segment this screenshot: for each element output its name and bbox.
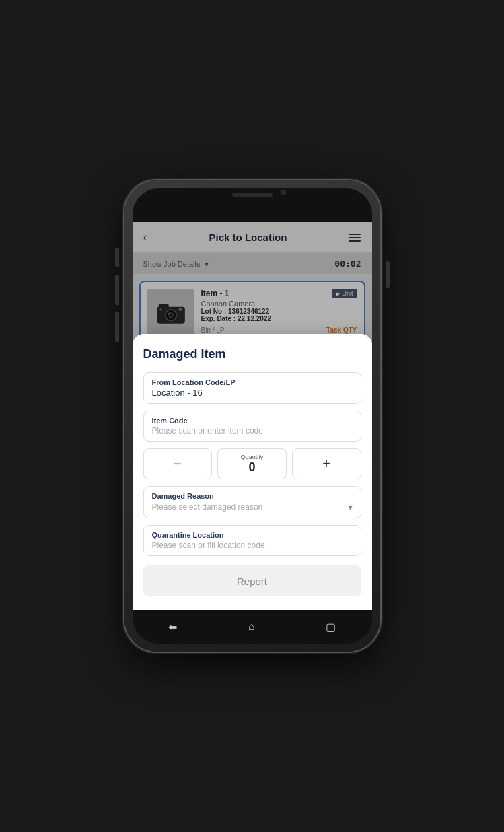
app-screen: ‹ Pick to Location Show Job Details ▾ 00… — [133, 222, 372, 610]
quantity-plus-button[interactable]: + — [292, 448, 361, 479]
report-button[interactable]: Report — [143, 565, 361, 596]
item-code-placeholder: Please scan or enter item code — [152, 426, 353, 436]
nav-back-icon[interactable]: ⬅ — [168, 621, 177, 633]
plus-icon: + — [322, 456, 330, 472]
camera-button — [115, 312, 119, 342]
speaker — [232, 193, 273, 197]
quarantine-location-label: Quarantine Location — [152, 531, 353, 539]
quantity-display: Quantity 0 — [217, 448, 287, 479]
volume-down-button — [115, 275, 119, 305]
item-code-label: Item Code — [152, 417, 353, 425]
damaged-item-modal: Damaged Item From Location Code/LP Locat… — [133, 334, 372, 610]
damaged-reason-field[interactable]: Damaged Reason Please select damaged rea… — [143, 486, 361, 518]
from-location-value: Location - 16 — [152, 388, 353, 398]
from-location-label: From Location Code/LP — [152, 378, 353, 386]
quarantine-location-field[interactable]: Quarantine Location Please scan or fill … — [143, 525, 361, 556]
phone-screen: ‹ Pick to Location Show Job Details ▾ 00… — [133, 188, 372, 644]
nav-home-icon[interactable]: ⌂ — [248, 621, 255, 633]
power-button — [386, 261, 390, 288]
item-code-field[interactable]: Item Code Please scan or enter item code — [143, 411, 361, 442]
damaged-reason-placeholder: Please select damaged reason — [152, 502, 263, 512]
damaged-reason-select[interactable]: Please select damaged reason ▾ — [152, 501, 353, 512]
modal-title: Damaged Item — [143, 347, 361, 361]
phone-device: ‹ Pick to Location Show Job Details ▾ 00… — [124, 180, 380, 652]
from-location-field[interactable]: From Location Code/LP Location - 16 — [143, 372, 361, 404]
dropdown-chevron-icon: ▾ — [348, 501, 353, 512]
minus-icon: − — [174, 456, 182, 472]
quantity-label: Quantity — [241, 454, 264, 460]
navigation-bar: ⬅ ⌂ ▢ — [133, 610, 372, 644]
front-camera — [281, 190, 286, 195]
quantity-value: 0 — [249, 460, 256, 475]
volume-up-button — [115, 248, 119, 267]
quarantine-location-placeholder: Please scan or fill location code — [152, 541, 353, 550]
modal-overlay: Damaged Item From Location Code/LP Locat… — [133, 222, 372, 610]
quantity-row: − Quantity 0 + — [143, 448, 361, 479]
damaged-reason-label: Damaged Reason — [152, 492, 353, 500]
quantity-minus-button[interactable]: − — [143, 448, 213, 479]
nav-recents-icon[interactable]: ▢ — [326, 621, 336, 633]
